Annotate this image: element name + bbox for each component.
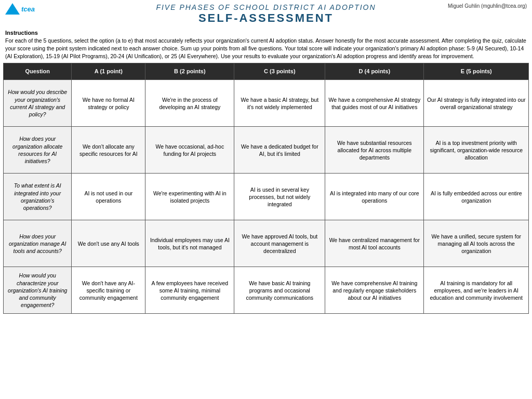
author-info: Miguel Guhlin (mguhlin@tcea.org) (448, 3, 527, 9)
page-title: Self-Assessment (5, 11, 527, 25)
cell-r0-e: Our AI strategy is fully integrated into… (424, 80, 529, 127)
table-container: Question A (1 point) B (2 points) C (3 p… (0, 63, 532, 317)
cell-r3-e: We have a unified, secure system for man… (424, 220, 529, 267)
cell-r4-c: We have basic AI training programs and o… (234, 267, 325, 314)
cell-r2-question: To what extent is AI integrated into you… (4, 174, 72, 220)
table-header-row: Question A (1 point) B (2 points) C (3 p… (4, 63, 529, 80)
cell-r4-d: We have comprehensive AI training and re… (325, 267, 424, 314)
cell-r2-e: AI is fully embedded across our entire o… (424, 174, 529, 220)
cell-r0-a: We have no formal AI strategy or policy (72, 80, 145, 127)
cell-r1-a: We don't allocate any specific resources… (72, 127, 145, 174)
col-header-b: B (2 points) (145, 63, 234, 80)
cell-r0-b: We're in the process of developing an AI… (145, 80, 234, 127)
cell-r1-question: How does your organization allocate reso… (4, 127, 72, 174)
cell-r2-c: AI is used in several key processes, but… (234, 174, 325, 220)
tcea-triangle-icon (5, 3, 20, 15)
cell-r2-a: AI is not used in our operations (72, 174, 145, 220)
table-row: How does your organization allocate reso… (4, 127, 529, 174)
cell-r3-b: Individual employees may use AI tools, b… (145, 220, 234, 267)
cell-r3-question: How does your organization manage AI too… (4, 220, 72, 267)
header: tcea Miguel Guhlin (mguhlin@tcea.org) Fi… (0, 0, 532, 27)
cell-r1-d: We have substantial resources allocated … (325, 127, 424, 174)
cell-r4-question: How would you characterize your organiza… (4, 267, 72, 314)
tcea-logo: tcea (5, 3, 35, 15)
cell-r0-d: We have a comprehensive AI strategy that… (325, 80, 424, 127)
cell-r4-a: We don't have any AI-specific training o… (72, 267, 145, 314)
instructions-label: Instructions (5, 30, 38, 36)
table-row: How would you describe your organization… (4, 80, 529, 127)
instructions-area: Instructions For each of the 5 questions… (0, 27, 532, 63)
cell-r2-b: We're experimenting with AI in isolated … (145, 174, 234, 220)
instructions-body: For each of the 5 questions, select the … (5, 37, 526, 59)
cell-r0-question: How would you describe your organization… (4, 80, 72, 127)
col-header-e: E (5 points) (424, 63, 529, 80)
cell-r4-b: A few employees have received some AI tr… (145, 267, 234, 314)
cell-r3-a: We don't use any AI tools (72, 220, 145, 267)
assessment-table: Question A (1 point) B (2 points) C (3 p… (3, 63, 529, 314)
table-row: How does your organization manage AI too… (4, 220, 529, 267)
cell-r3-c: We have approved AI tools, but account m… (234, 220, 325, 267)
cell-r1-b: We have occasional, ad-hoc funding for A… (145, 127, 234, 174)
table-row: How would you characterize your organiza… (4, 267, 529, 314)
table-row: To what extent is AI integrated into you… (4, 174, 529, 220)
cell-r1-e: AI is a top investment priority with sig… (424, 127, 529, 174)
cell-r0-c: We have a basic AI strategy, but it's no… (234, 80, 325, 127)
col-header-a: A (1 point) (72, 63, 145, 80)
cell-r2-d: AI is integrated into many of our core o… (325, 174, 424, 220)
col-header-d: D (4 points) (325, 63, 424, 80)
col-header-c: C (3 points) (234, 63, 325, 80)
cell-r3-d: We have centralized management for most … (325, 220, 424, 267)
cell-r4-e: AI training is mandatory for all employe… (424, 267, 529, 314)
cell-r1-c: We have a dedicated budget for AI, but i… (234, 127, 325, 174)
tcea-logo-text: tcea (21, 5, 35, 13)
col-header-question: Question (4, 63, 72, 80)
